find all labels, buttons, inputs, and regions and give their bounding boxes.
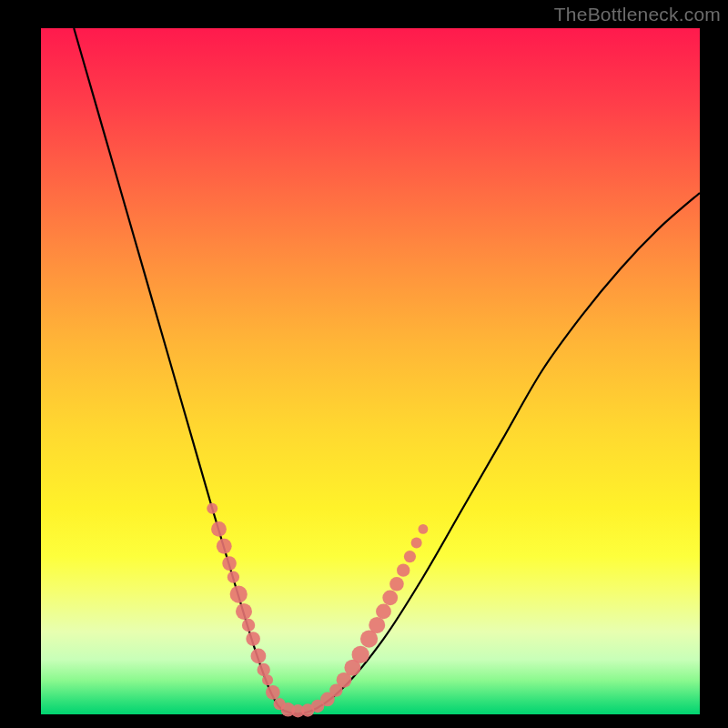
marker-dot xyxy=(411,538,422,549)
marker-dot xyxy=(211,521,227,537)
marker-dot xyxy=(397,563,410,576)
marker-dot xyxy=(266,685,280,700)
marker-dot xyxy=(376,604,391,620)
marker-dot xyxy=(230,585,248,602)
marker-dot xyxy=(222,556,237,571)
highlight-dots xyxy=(207,503,428,718)
plot-area xyxy=(41,28,700,714)
marker-dot xyxy=(389,577,404,592)
curve-layer xyxy=(41,28,700,714)
marker-dot xyxy=(382,590,398,605)
marker-dot xyxy=(251,649,267,664)
marker-dot xyxy=(419,524,429,534)
marker-dot xyxy=(242,619,255,632)
marker-dot xyxy=(228,571,239,583)
marker-dot xyxy=(404,551,416,562)
watermark-text: TheBottleneck.com xyxy=(554,4,721,25)
chart-frame: TheBottleneck.com xyxy=(0,0,728,728)
marker-dot xyxy=(369,617,385,633)
marker-dot xyxy=(217,539,232,554)
marker-dot xyxy=(258,663,270,676)
marker-dot xyxy=(262,674,273,685)
marker-dot xyxy=(352,646,369,663)
marker-dot xyxy=(236,603,252,620)
marker-dot xyxy=(246,632,260,646)
marker-dot xyxy=(207,503,217,514)
